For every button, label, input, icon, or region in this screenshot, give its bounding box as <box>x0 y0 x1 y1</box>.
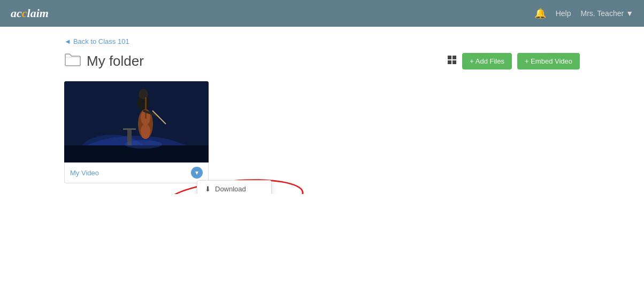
main-content: ◄ Back to Class 101 My folder + Add File… <box>0 27 644 194</box>
svg-point-12 <box>141 124 150 139</box>
help-link[interactable]: Help <box>556 9 571 18</box>
video-name[interactable]: My Video <box>70 169 99 177</box>
dropdown-item-download[interactable]: ⬇ Download <box>197 181 271 194</box>
svg-rect-13 <box>145 97 147 119</box>
content-area: My Video ▾ ⬇ Download ⧉ Copy ✎ Rename 🗑 <box>64 81 580 183</box>
video-menu-icon: ▾ <box>195 169 198 176</box>
download-icon: ⬇ <box>205 185 211 193</box>
user-menu[interactable]: Mrs. Teacher ▼ <box>580 9 633 18</box>
user-name: Mrs. Teacher <box>580 9 624 18</box>
svg-rect-1 <box>453 56 456 59</box>
svg-point-9 <box>139 89 148 99</box>
dropdown-menu: ⬇ Download ⧉ Copy ✎ Rename 🗑 Delete <box>197 180 272 194</box>
video-card: My Video ▾ <box>64 81 209 183</box>
user-dropdown-icon: ▼ <box>626 9 633 18</box>
svg-rect-0 <box>448 56 451 59</box>
title-row: My folder + Add Files + Embed Video <box>64 52 580 71</box>
app-logo: acclaim <box>11 6 49 20</box>
video-thumbnail[interactable] <box>64 81 209 162</box>
svg-rect-3 <box>453 60 456 64</box>
bell-icon[interactable]: 🔔 <box>534 7 546 19</box>
video-menu-button[interactable]: ▾ <box>191 167 203 179</box>
download-label: Download <box>215 185 246 193</box>
video-label-row: My Video ▾ <box>64 162 209 183</box>
folder-icon <box>64 52 81 71</box>
header-right: 🔔 Help Mrs. Teacher ▼ <box>534 7 633 19</box>
svg-rect-2 <box>448 60 451 64</box>
add-files-button[interactable]: + Add Files <box>462 53 512 69</box>
svg-rect-17 <box>123 128 136 130</box>
page-title-group: My folder <box>64 52 144 71</box>
grid-view-icon[interactable] <box>447 55 457 67</box>
back-link-label: Back to Class 101 <box>73 37 129 45</box>
svg-point-18 <box>125 140 162 149</box>
back-icon: ◄ <box>64 37 71 45</box>
page-title-text: My folder <box>87 53 144 69</box>
title-actions: + Add Files + Embed Video <box>447 53 580 69</box>
back-link[interactable]: ◄ Back to Class 101 <box>64 37 580 45</box>
embed-video-button[interactable]: + Embed Video <box>517 53 580 69</box>
app-header: acclaim 🔔 Help Mrs. Teacher ▼ <box>0 0 644 27</box>
